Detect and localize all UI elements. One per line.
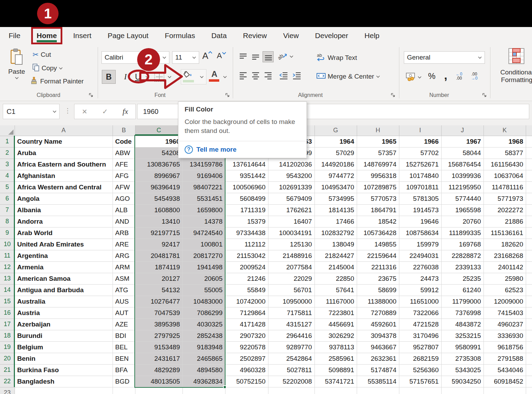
cell[interactable]: 20127	[135, 273, 183, 284]
cell[interactable]	[526, 261, 532, 273]
enter-icon[interactable]: ✓	[102, 107, 108, 116]
cell[interactable]: 11799000	[441, 296, 484, 307]
cell[interactable]: 7047539	[135, 307, 183, 319]
cell[interactable]: 4592601	[357, 319, 399, 330]
cell[interactable]	[526, 181, 532, 193]
cell[interactable]: 59912	[399, 284, 441, 296]
tab-view[interactable]: View	[283, 32, 299, 40]
cell[interactable]: 10276477	[135, 296, 183, 307]
select-all-corner[interactable]	[0, 125, 15, 136]
cell[interactable]: 21246	[225, 273, 268, 284]
tab-data[interactable]: Data	[211, 32, 227, 40]
merge-center-chevron-icon[interactable]	[376, 75, 380, 78]
cell[interactable]: 5434046	[484, 364, 526, 376]
font-size-combo[interactable]: 11	[172, 51, 199, 64]
cell[interactable]: 1864791	[357, 204, 399, 216]
cell[interactable]	[526, 387, 532, 394]
cell[interactable]: 159979	[399, 239, 441, 250]
cell[interactable]: Arab World	[15, 227, 113, 239]
cell[interactable]: Andorra	[15, 216, 113, 227]
cell[interactable]: 20817270	[183, 250, 225, 261]
cell[interactable]: 2211316	[357, 261, 399, 273]
clipboard-dialog-launcher[interactable]	[89, 93, 94, 98]
cell[interactable]: 57029	[314, 147, 357, 159]
cell[interactable]: 54208	[135, 147, 183, 159]
cell[interactable]: 22828872	[441, 250, 484, 261]
cell[interactable]: 96396419	[135, 181, 183, 193]
cell[interactable]: 24473	[399, 273, 441, 284]
cell[interactable]: AFW	[113, 181, 135, 193]
decrease-indent-button[interactable]	[279, 71, 288, 80]
accounting-format-button[interactable]	[406, 72, 422, 82]
cell[interactable]	[484, 387, 526, 394]
cell[interactable]: 19646	[399, 216, 441, 227]
cell[interactable]: 9463667	[357, 341, 399, 353]
cell[interactable]	[526, 307, 532, 319]
cell[interactable]: 2907320	[225, 330, 268, 341]
name-box[interactable]: C1	[3, 104, 60, 119]
format-painter-button[interactable]: Format Painter	[30, 77, 84, 86]
cell[interactable]: 2632361	[357, 353, 399, 364]
cell[interactable]: ABW	[113, 147, 135, 159]
cell[interactable]: 4721528	[399, 319, 441, 330]
row-header-11[interactable]: 11	[0, 250, 15, 261]
cell[interactable]: 22494031	[399, 250, 441, 261]
cell[interactable]: 48013505	[135, 376, 183, 387]
shrink-font-button[interactable]: A	[217, 51, 226, 60]
column-header-A[interactable]: A	[15, 125, 113, 136]
cell[interactable]: 7270889	[357, 307, 399, 319]
cell[interactable]: 17466	[314, 216, 357, 227]
merge-center-button[interactable]: Merge & Center	[317, 72, 380, 81]
cell[interactable]: 125130	[268, 239, 314, 250]
cell[interactable]: Code	[113, 136, 135, 147]
cell[interactable]: 156876454	[441, 159, 484, 170]
cell[interactable]: 22850	[314, 273, 357, 284]
align-top-button[interactable]	[239, 53, 247, 61]
cell[interactable]: 102832792	[314, 227, 357, 239]
grow-font-button[interactable]: A	[202, 51, 212, 61]
cell[interactable]: 2735308	[441, 353, 484, 364]
cell[interactable]: 137614644	[225, 159, 268, 170]
cell[interactable]: 5454938	[135, 193, 183, 204]
cell[interactable]	[526, 216, 532, 227]
cell[interactable]: ALB	[113, 204, 135, 216]
cell[interactable]: 3895398	[135, 319, 183, 330]
cell[interactable]: Argentina	[15, 250, 113, 261]
cell[interactable]: 109701811	[399, 181, 441, 193]
cell[interactable]: 152752671	[399, 159, 441, 170]
cell[interactable]: Australia	[15, 296, 113, 307]
cell[interactable]: 55385114	[357, 376, 399, 387]
cell[interactable]: Burkina Faso	[15, 364, 113, 376]
cell[interactable]: 1964	[314, 136, 357, 147]
cell[interactable]: 148769974	[357, 159, 399, 170]
cell[interactable]: 5343025	[441, 364, 484, 376]
row-header-4[interactable]: 4	[0, 170, 15, 181]
cell[interactable]: 61240	[441, 284, 484, 296]
cell[interactable]: 3336930	[484, 330, 526, 341]
underline-chevron-icon[interactable]	[145, 76, 149, 78]
cell[interactable]: BEL	[113, 341, 135, 353]
cell[interactable]: 55005	[183, 284, 225, 296]
cell[interactable]: BFA	[113, 364, 135, 376]
borders-chevron-icon[interactable]	[168, 76, 171, 78]
cell[interactable]: 4960237	[484, 319, 526, 330]
cell[interactable]: 50752150	[225, 376, 268, 387]
cell[interactable]: 5774440	[441, 193, 484, 204]
tab-review[interactable]: Review	[243, 32, 267, 40]
cell[interactable]	[357, 387, 399, 394]
cell[interactable]: 9956318	[357, 170, 399, 181]
cell[interactable]: 5174874	[357, 364, 399, 376]
cell[interactable]: 11651000	[399, 296, 441, 307]
cell[interactable]: 5027811	[268, 364, 314, 376]
formula-bar-splitter[interactable]: ⋮	[64, 107, 71, 115]
cell[interactable]: 2431617	[135, 353, 183, 364]
copy-button[interactable]: Copy	[33, 64, 63, 73]
cell[interactable]: 8996967	[135, 170, 183, 181]
cell[interactable]: 57357	[357, 147, 399, 159]
cell[interactable]	[526, 239, 532, 250]
cell[interactable]: 97334438	[225, 227, 268, 239]
cell[interactable]: 2797925	[135, 330, 183, 341]
cell[interactable]: 9289770	[268, 341, 314, 353]
cell[interactable]: 62523	[484, 284, 526, 296]
cell[interactable]	[135, 387, 183, 394]
